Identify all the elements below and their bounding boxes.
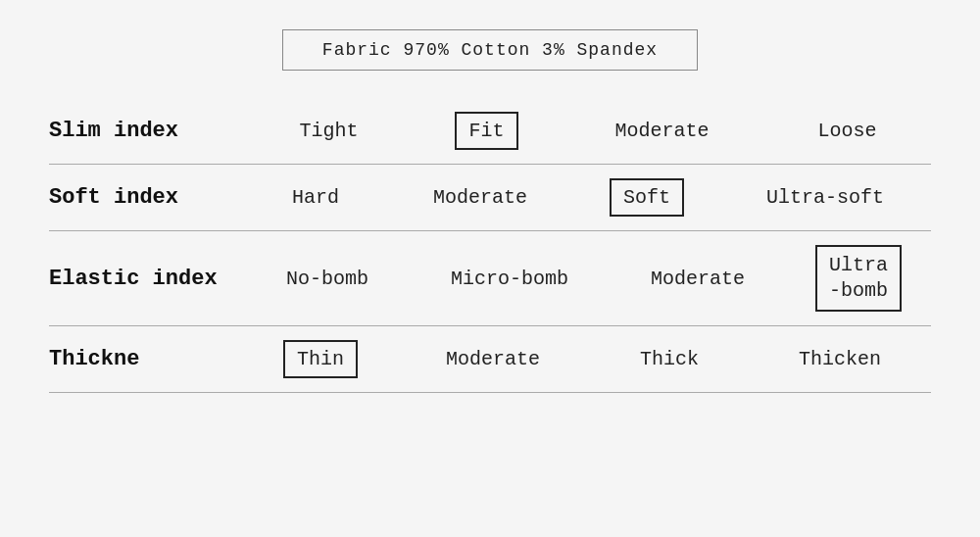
option-elastic-index-micro-bomb[interactable]: Micro-bomb <box>439 262 580 296</box>
option-slim-index-tight[interactable]: Tight <box>287 114 369 148</box>
option-slim-index-moderate[interactable]: Moderate <box>603 114 720 148</box>
label-elastic-index: Elastic index <box>49 267 245 291</box>
option-soft-index-ultra-soft[interactable]: Ultra-soft <box>755 180 896 215</box>
row-slim-index: Slim indexTightFitModerateLoose <box>49 98 931 165</box>
option-soft-index-hard[interactable]: Hard <box>280 180 351 215</box>
options-thickness: ThinModerateThickThicken <box>245 340 931 378</box>
option-thickness-thicken[interactable]: Thicken <box>787 342 893 376</box>
row-elastic-index: Elastic indexNo-bombMicro-bombModerateUl… <box>49 231 931 326</box>
label-slim-index: Slim index <box>49 119 245 143</box>
option-elastic-index-ultra-bomb[interactable]: Ultra-bomb <box>815 245 902 312</box>
option-soft-index-moderate[interactable]: Moderate <box>421 180 539 215</box>
row-thickness: ThickneThinModerateThickThicken <box>49 326 931 393</box>
row-soft-index: Soft indexHardModerateSoftUltra-soft <box>49 165 931 231</box>
index-table: Slim indexTightFitModerateLooseSoft inde… <box>49 98 931 393</box>
label-soft-index: Soft index <box>49 185 245 210</box>
options-slim-index: TightFitModerateLoose <box>245 112 931 150</box>
option-slim-index-loose[interactable]: Loose <box>806 114 888 148</box>
option-thickness-thin[interactable]: Thin <box>283 340 358 378</box>
options-soft-index: HardModerateSoftUltra-soft <box>245 178 931 217</box>
option-slim-index-fit[interactable]: Fit <box>455 112 517 150</box>
option-thickness-moderate[interactable]: Moderate <box>434 342 552 376</box>
option-elastic-index-moderate[interactable]: Moderate <box>639 262 757 296</box>
option-thickness-thick[interactable]: Thick <box>628 342 710 376</box>
options-elastic-index: No-bombMicro-bombModerateUltra-bomb <box>245 245 931 312</box>
option-elastic-index-no-bomb[interactable]: No-bomb <box>274 262 380 296</box>
label-thickness: Thickne <box>49 347 245 371</box>
option-soft-index-soft[interactable]: Soft <box>610 178 684 217</box>
fabric-label: Fabric 970% Cotton 3% Spandex <box>282 29 698 71</box>
